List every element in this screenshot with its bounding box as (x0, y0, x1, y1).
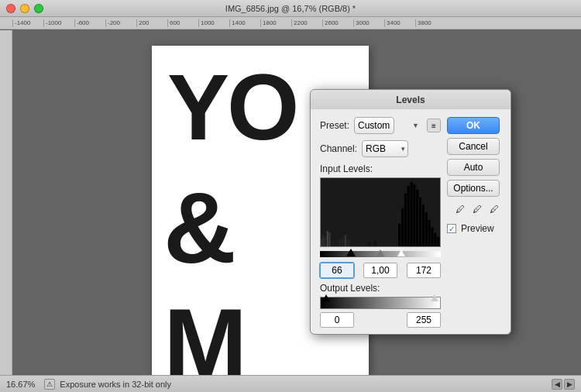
channel-select-wrapper: RGB ▼ (362, 140, 408, 157)
maximize-button[interactable] (34, 4, 43, 13)
ruler-horizontal: -1400 -1000 -600 -200 200 600 1000 1400 … (0, 17, 581, 29)
svg-rect-15 (411, 182, 413, 246)
window-title: IMG_6856.jpg @ 16,7% (RGB/8) * (0, 4, 581, 13)
preset-select-arrow-icon: ▼ (412, 122, 419, 129)
input-levels-values (320, 263, 441, 278)
input-slider-black-thumb[interactable] (346, 249, 356, 256)
channel-label: Channel: (320, 143, 357, 154)
input-levels-slider[interactable] (320, 249, 441, 260)
svg-rect-23 (434, 232, 436, 246)
svg-rect-21 (428, 220, 431, 246)
svg-rect-1 (322, 235, 324, 246)
preset-list-icon[interactable]: ≡ (427, 119, 441, 132)
output-levels-values (320, 312, 441, 328)
cancel-button[interactable]: Cancel (447, 138, 500, 155)
histogram-svg (321, 178, 440, 246)
zoom-level: 16.67% (6, 380, 35, 389)
levels-dialog: Levels Preset: Custom ▼ ≡ Channel: (310, 89, 511, 335)
output-slider-wrapper (320, 297, 441, 309)
black-dropper-icon[interactable]: 🖊 (453, 202, 467, 216)
input-levels-label: Input Levels: (320, 163, 441, 174)
close-button[interactable] (6, 4, 15, 13)
svg-rect-13 (404, 194, 407, 246)
svg-rect-22 (431, 228, 433, 246)
output-slider-black-thumb[interactable] (322, 294, 330, 301)
histogram (320, 177, 441, 247)
gray-dropper-icon[interactable]: 🖊 (470, 202, 484, 216)
dialog-title: Levels (311, 90, 511, 109)
output-slider-white-thumb[interactable] (431, 294, 438, 301)
svg-rect-10 (374, 240, 376, 246)
input-black-field[interactable] (320, 263, 354, 278)
svg-rect-18 (419, 197, 421, 246)
dialog-inner: Preset: Custom ▼ ≡ Channel: RGB (320, 117, 501, 328)
text-layer-yo: YO (167, 53, 297, 160)
preset-select-wrapper: Custom ▼ (354, 117, 422, 134)
title-bar: IMG_6856.jpg @ 16,7% (RGB/8) * (0, 0, 581, 17)
svg-rect-24 (437, 237, 439, 246)
svg-rect-19 (422, 205, 425, 246)
text-layer-m: M (163, 286, 247, 375)
svg-rect-12 (401, 208, 404, 246)
preview-label: Preview (461, 223, 494, 234)
scroll-right-arrow[interactable]: ▶ (564, 379, 575, 390)
ruler-marks: -1400 -1000 -600 -200 200 600 1000 1400 … (12, 19, 446, 27)
options-button[interactable]: Options... (447, 180, 500, 197)
channel-select[interactable]: RGB (362, 140, 408, 157)
dialog-body: Preset: Custom ▼ ≡ Channel: RGB (311, 109, 511, 334)
scroll-arrows: ◀ ▶ (552, 379, 575, 390)
svg-rect-20 (425, 212, 428, 246)
svg-rect-14 (407, 186, 410, 246)
ruler-vertical (0, 30, 12, 375)
input-white-field[interactable] (407, 263, 441, 278)
window-controls (6, 4, 43, 13)
svg-rect-5 (339, 240, 340, 246)
svg-rect-16 (413, 184, 415, 246)
preset-select[interactable]: Custom (354, 117, 394, 134)
auto-button[interactable]: Auto (447, 159, 500, 176)
svg-rect-4 (329, 232, 331, 246)
white-dropper-icon[interactable]: 🖊 (487, 202, 501, 216)
preset-row: Preset: Custom ▼ ≡ (320, 117, 441, 134)
input-mid-field[interactable] (363, 263, 397, 278)
output-black-field[interactable] (320, 312, 354, 328)
svg-rect-11 (398, 224, 401, 246)
preset-label: Preset: (320, 120, 349, 131)
output-gradient (320, 297, 441, 309)
minimize-button[interactable] (20, 4, 29, 13)
scroll-left-arrow[interactable]: ◀ (552, 379, 562, 390)
input-slider-mid-thumb[interactable] (376, 249, 384, 256)
text-layer-amp: & (163, 170, 236, 286)
svg-rect-2 (325, 237, 326, 246)
ok-button[interactable]: OK (447, 117, 500, 134)
preview-row: Preview (447, 223, 501, 234)
preview-checkbox[interactable] (447, 224, 456, 233)
output-white-field[interactable] (407, 312, 441, 328)
svg-rect-9 (369, 242, 370, 246)
document-info-icon[interactable]: ⚠ (44, 379, 55, 390)
output-levels-label: Output Levels: (320, 283, 441, 294)
status-bar: 16.67% ⚠ Exposure works in 32-bit only ◀… (0, 375, 581, 392)
channel-row: Channel: RGB ▼ (320, 140, 441, 157)
dropper-icons: 🖊 🖊 🖊 (447, 202, 501, 216)
svg-rect-6 (342, 237, 343, 246)
svg-rect-3 (327, 231, 328, 246)
svg-rect-8 (348, 239, 349, 246)
svg-rect-7 (345, 235, 346, 246)
status-message: Exposure works in 32-bit only (60, 380, 171, 389)
input-slider-white-thumb[interactable] (397, 249, 405, 256)
svg-rect-0 (321, 239, 322, 246)
dialog-main-content: Preset: Custom ▼ ≡ Channel: RGB (320, 117, 441, 328)
dialog-buttons: OK Cancel Auto Options... 🖊 🖊 🖊 Preview (447, 117, 501, 328)
svg-rect-17 (416, 190, 418, 246)
